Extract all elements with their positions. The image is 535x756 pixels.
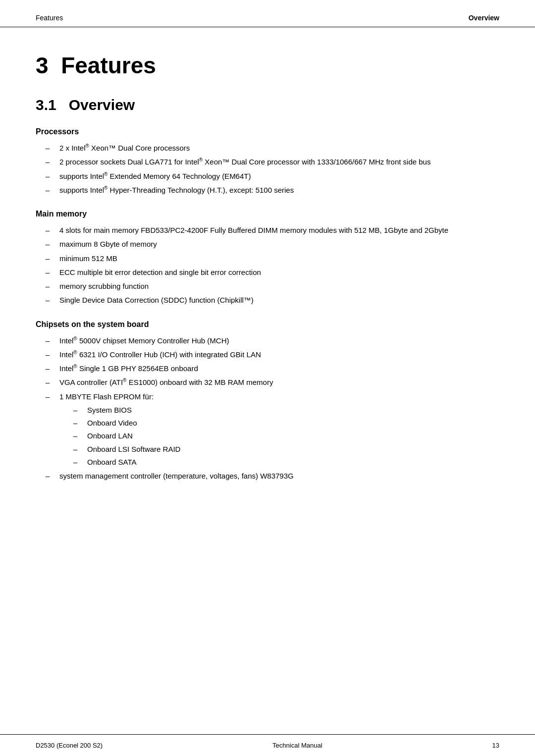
main-memory-heading: Main memory (36, 210, 499, 218)
section-title: 3.1 Overview (36, 97, 499, 113)
subsection-processors: Processors 2 x Intel® Xeon™ Dual Core pr… (36, 127, 499, 196)
footer-center: Technical Manual (272, 742, 322, 749)
list-item: Intel® 6321 I/O Controller Hub (ICH) wit… (46, 349, 499, 360)
list-item: ECC multiple bit error detection and sin… (46, 267, 499, 278)
list-item: maximum 8 Gbyte of memory (46, 238, 499, 250)
list-item: 1 MBYTE Flash EPROM für: System BIOS Onb… (46, 391, 499, 468)
list-item: Onboard LAN (73, 430, 499, 441)
list-item: 2 x Intel® Xeon™ Dual Core processors (46, 142, 499, 154)
list-item: system management controller (temperatur… (46, 470, 499, 482)
footer-left: D2530 (Econel 200 S2) (36, 742, 103, 749)
list-item: supports Intel® Hyper-Threading Technolo… (46, 184, 499, 196)
main-content: 3 Features 3.1 Overview Processors 2 x I… (0, 27, 535, 514)
list-item: VGA controller (ATI® ES1000) onboard wit… (46, 377, 499, 388)
subsection-main-memory: Main memory 4 slots for main memory FBD5… (36, 210, 499, 306)
chipsets-heading: Chipsets on the system board (36, 320, 499, 329)
chapter-title: 3 Features (36, 52, 499, 79)
list-item: Onboard LSI Software RAID (73, 443, 499, 455)
list-item: Intel® 5000V chipset Memory Controller H… (46, 335, 499, 346)
chapter-title-text: Features (61, 53, 156, 78)
section-title-text: Overview (69, 97, 135, 113)
processors-list: 2 x Intel® Xeon™ Dual Core processors 2 … (46, 142, 499, 196)
flash-eprom-sublist: System BIOS Onboard Video Onboard LAN On… (73, 404, 499, 468)
header-right: Overview (469, 14, 499, 22)
subsection-chipsets: Chipsets on the system board Intel® 5000… (36, 320, 499, 482)
list-item: Intel® Single 1 GB PHY 82564EB onboard (46, 363, 499, 374)
list-item: memory scrubbing function (46, 280, 499, 292)
chapter-number: 3 (36, 53, 49, 78)
main-memory-list: 4 slots for main memory FBD533/PC2-4200F… (46, 224, 499, 306)
list-item: Onboard Video (73, 417, 499, 429)
header-left: Features (36, 14, 63, 22)
list-item: 2 processor sockets Dual LGA771 for Inte… (46, 156, 499, 167)
chipsets-list: Intel® 5000V chipset Memory Controller H… (46, 335, 499, 482)
section-number: 3.1 (36, 97, 56, 113)
list-item: System BIOS (73, 404, 499, 416)
page-container: Features Overview 3 Features 3.1 Overvie… (0, 0, 535, 756)
list-item: Single Device Data Correction (SDDC) fun… (46, 294, 499, 306)
processors-heading: Processors (36, 127, 499, 136)
list-item: Onboard SATA (73, 456, 499, 468)
list-item: minimum 512 MB (46, 253, 499, 264)
footer-right: 13 (492, 742, 499, 749)
list-item: 4 slots for main memory FBD533/PC2-4200F… (46, 224, 499, 236)
list-item: supports Intel® Extended Memory 64 Techn… (46, 170, 499, 182)
page-footer: D2530 (Econel 200 S2) Technical Manual 1… (0, 734, 535, 756)
page-header: Features Overview (0, 0, 535, 27)
